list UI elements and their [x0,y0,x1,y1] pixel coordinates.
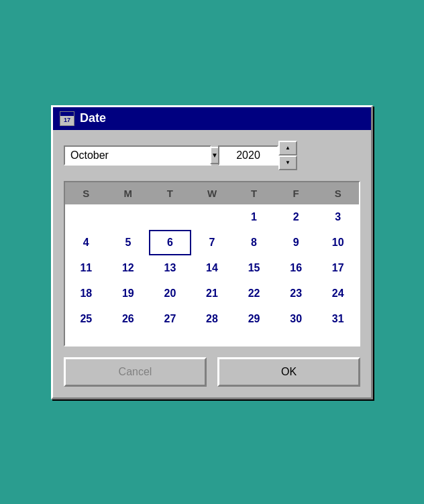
calendar-day-cell[interactable]: 5 [107,230,150,255]
calendar-icon: 17 [60,111,74,126]
calendar-day-cell[interactable]: 10 [317,230,359,255]
calendar-day-cell[interactable]: 19 [107,281,150,306]
calendar-day-cell[interactable]: 26 [107,306,150,332]
calendar-header-cell: S [65,182,107,204]
calendar-day-cell[interactable]: 6 [149,230,191,255]
calendar-header-cell: M [107,182,150,204]
calendar-header: SMTWTFS [65,182,359,204]
calendar-day-cell[interactable]: 8 [233,230,275,255]
calendar-grid: 1234567891011121314151617181920212223242… [65,204,359,345]
calendar-day-cell[interactable]: 31 [317,306,359,332]
buttons-row: Cancel OK [64,357,360,387]
calendar-header-cell: W [191,182,233,204]
calendar-day-cell[interactable]: 1 [233,204,275,230]
calendar-day-cell[interactable]: 16 [275,255,317,281]
calendar-day-cell[interactable]: 13 [149,255,191,281]
date-dialog: 17 Date ▼ ▲ ▼ [51,105,373,399]
month-select-wrapper: ▼ [64,145,211,166]
calendar-day-cell[interactable]: 21 [191,281,233,306]
year-input[interactable] [218,145,278,166]
calendar-day-cell[interactable]: 28 [191,306,233,332]
calendar-day-cell[interactable]: 4 [65,230,107,255]
calendar-day-cell[interactable]: 17 [317,255,359,281]
year-down-button[interactable]: ▼ [278,155,297,170]
calendar-header-cell: T [233,182,275,204]
calendar-header-cell: F [275,182,317,204]
calendar-day-cell[interactable]: 9 [275,230,317,255]
calendar-day-cell[interactable]: 3 [317,204,359,230]
cancel-button[interactable]: Cancel [64,357,207,387]
calendar-header-cell: S [317,182,359,204]
calendar-day-cell[interactable]: 27 [149,306,191,332]
calendar-day-cell[interactable]: 15 [233,255,275,281]
calendar-container: SMTWTFS 12345678910111213141516171819202… [64,181,360,346]
year-spinners: ▲ ▼ [278,141,297,170]
calendar-day-cell[interactable]: 18 [65,281,107,306]
calendar-day-cell[interactable]: 30 [275,306,317,332]
icon-number: 17 [64,117,70,123]
calendar-empty-cell [65,332,107,345]
calendar-day-cell[interactable]: 22 [233,281,275,306]
year-up-arrow: ▲ [285,145,290,151]
calendar-day-cell[interactable]: 20 [149,281,191,306]
calendar-day-cell[interactable]: 14 [191,255,233,281]
calendar-empty-cell [65,204,107,230]
calendar-empty-cell [149,204,191,230]
month-input[interactable] [65,147,210,164]
calendar-day-cell[interactable]: 11 [65,255,107,281]
calendar-day-cell[interactable]: 12 [107,255,150,281]
calendar-empty-cell [107,204,150,230]
title-bar: 17 Date [53,107,371,130]
calendar-day-cell[interactable]: 24 [317,281,359,306]
calendar-empty-cell [191,204,233,230]
calendar-day-cell[interactable]: 29 [233,306,275,332]
month-dropdown-arrow: ▼ [211,151,218,159]
dialog-body: ▼ ▲ ▼ SMTWTFS 12345678910111213141516171… [53,130,371,397]
year-up-button[interactable]: ▲ [278,141,297,155]
ok-button[interactable]: OK [217,357,360,387]
dialog-title: Date [80,111,106,125]
calendar-day-cell[interactable]: 2 [275,204,317,230]
year-wrapper: ▲ ▼ [218,141,297,170]
calendar-header-cell: T [149,182,191,204]
calendar-day-cell[interactable]: 25 [65,306,107,332]
calendar-day-cell[interactable]: 23 [275,281,317,306]
calendar-day-cell[interactable]: 7 [191,230,233,255]
year-down-arrow: ▼ [285,160,290,166]
controls-row: ▼ ▲ ▼ [64,141,360,170]
